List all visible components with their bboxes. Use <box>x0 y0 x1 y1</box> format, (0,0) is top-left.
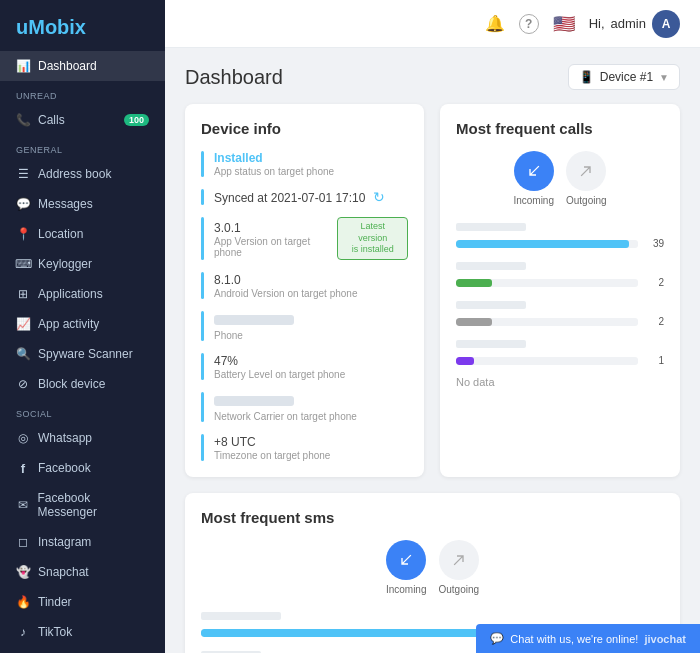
incoming-sms-tab[interactable]: Incoming <box>386 540 427 595</box>
bell-icon[interactable]: 🔔 <box>485 14 505 33</box>
chevron-down-icon: ▼ <box>659 72 669 83</box>
sidebar-item-spyware-scanner[interactable]: 🔍 Spyware Scanner <box>0 339 165 369</box>
info-item-app-version: 3.0.1 App Version on target phone Latest… <box>201 217 408 260</box>
android-version-sublabel: Android Version on target phone <box>214 288 408 299</box>
unread-section-label: Unread <box>0 81 165 105</box>
sidebar-item-instagram[interactable]: ◻ Instagram <box>0 527 165 557</box>
topnav: 🔔 ? 🇺🇸 Hi, admin A <box>165 0 700 48</box>
chat-brand: jivochat <box>644 633 686 645</box>
incoming-calls-tab[interactable]: Incoming <box>513 151 554 206</box>
outgoing-sms-label: Outgoing <box>438 584 479 595</box>
hi-text: Hi, <box>589 16 605 31</box>
whatsapp-icon: ◎ <box>16 431 30 445</box>
instagram-icon: ◻ <box>16 535 30 549</box>
incoming-sms-tab-icon <box>386 540 426 580</box>
synced-text: Synced at 2021-07-01 17:10 <box>214 191 365 205</box>
chat-widget[interactable]: 💬 Chat with us, we're online! jivochat <box>476 624 700 653</box>
sidebar-item-location[interactable]: 📍 Location <box>0 219 165 249</box>
incoming-sms-label: Incoming <box>386 584 427 595</box>
sidebar-item-facebook[interactable]: f Facebook <box>0 453 165 483</box>
sidebar-item-dashboard[interactable]: 📊 Dashboard <box>0 51 165 81</box>
outgoing-sms-tab[interactable]: Outgoing <box>438 540 479 595</box>
sidebar-item-address-book[interactable]: ☰ Address book <box>0 159 165 189</box>
battery-sublabel: Battery Level on target phone <box>214 369 408 380</box>
sync-icon[interactable]: ↻ <box>373 189 385 205</box>
help-icon[interactable]: ? <box>519 14 539 34</box>
spyware-scanner-icon: 🔍 <box>16 347 30 361</box>
timezone-value: +8 UTC <box>214 435 408 449</box>
app-version-sublabel: App Version on target phone <box>214 236 337 258</box>
sidebar: uMobix 📊 Dashboard Unread 📞 Calls 100 Ge… <box>0 0 165 653</box>
sidebar-item-tiktok[interactable]: ♪ TikTok <box>0 617 165 647</box>
incoming-tab-label: Incoming <box>513 195 554 206</box>
logo: uMobix <box>0 0 165 51</box>
chat-icon: 💬 <box>490 632 504 645</box>
call-bar-label-2 <box>456 262 526 270</box>
sidebar-item-snapchat[interactable]: 👻 Snapchat <box>0 557 165 587</box>
topnav-user[interactable]: Hi, admin A <box>589 10 680 38</box>
calls-card-title: Most frequent calls <box>456 120 664 137</box>
info-item-installed: Installed App status on target phone <box>201 151 408 177</box>
call-count-1: 39 <box>644 238 664 249</box>
sidebar-item-app-activity[interactable]: 📈 App activity <box>0 309 165 339</box>
device-selector[interactable]: 📱 Device #1 ▼ <box>568 64 680 90</box>
call-count-2: 2 <box>644 277 664 288</box>
dashboard-icon: 📊 <box>16 59 30 73</box>
battery-value: 47% <box>214 354 408 368</box>
no-data-label: No data <box>456 376 664 388</box>
username-text: admin <box>611 16 646 31</box>
carrier-blurred <box>214 396 294 406</box>
incoming-tab-icon <box>514 151 554 191</box>
call-bar-4: 1 <box>456 337 664 366</box>
info-item-phone: Phone <box>201 311 408 341</box>
call-bar-label-4 <box>456 340 526 348</box>
sms-type-tabs: Incoming Outgoing <box>201 540 664 595</box>
sidebar-item-keylogger[interactable]: ⌨ Keylogger <box>0 249 165 279</box>
app-activity-icon: 📈 <box>16 317 30 331</box>
location-icon: 📍 <box>16 227 30 241</box>
messages-icon: 💬 <box>16 197 30 211</box>
version-badge: Latest version is installed <box>337 217 408 260</box>
avatar: A <box>652 10 680 38</box>
android-version-value: 8.1.0 <box>214 273 408 287</box>
call-bar-label-3 <box>456 301 526 309</box>
info-item-battery: 47% Battery Level on target phone <box>201 353 408 380</box>
most-frequent-calls-card: Most frequent calls Incoming Outgoing <box>440 104 680 477</box>
sms-card-title: Most frequent sms <box>201 509 664 526</box>
applications-icon: ⊞ <box>16 287 30 301</box>
info-item-carrier: Network Carrier on target phone <box>201 392 408 422</box>
flag-icon: 🇺🇸 <box>553 13 575 35</box>
phone-blurred <box>214 315 294 325</box>
installed-label: Installed <box>214 151 408 165</box>
outgoing-tab-icon <box>566 151 606 191</box>
page-title: Dashboard <box>185 66 283 89</box>
tinder-icon: 🔥 <box>16 595 30 609</box>
installed-sublabel: App status on target phone <box>214 166 408 177</box>
call-bar-1: 39 <box>456 220 664 249</box>
info-item-android-version: 8.1.0 Android Version on target phone <box>201 272 408 299</box>
outgoing-sms-tab-icon <box>439 540 479 580</box>
calls-icon: 📞 <box>16 113 30 127</box>
sidebar-item-tinder[interactable]: 🔥 Tinder <box>0 587 165 617</box>
carrier-sublabel: Network Carrier on target phone <box>214 411 408 422</box>
sidebar-item-applications[interactable]: ⊞ Applications <box>0 279 165 309</box>
app-version-value: 3.0.1 <box>214 221 337 235</box>
outgoing-calls-tab[interactable]: Outgoing <box>566 151 607 206</box>
sidebar-item-calls[interactable]: 📞 Calls 100 <box>0 105 165 135</box>
call-bar-2: 2 <box>456 259 664 288</box>
snapchat-icon: 👻 <box>16 565 30 579</box>
sidebar-item-whatsapp[interactable]: ◎ Whatsapp <box>0 423 165 453</box>
info-item-timezone: +8 UTC Timezone on target phone <box>201 434 408 461</box>
keylogger-icon: ⌨ <box>16 257 30 271</box>
page-content: Dashboard 📱 Device #1 ▼ Device info Inst… <box>165 48 700 653</box>
tiktok-icon: ♪ <box>16 625 30 639</box>
sidebar-item-block-device[interactable]: ⊘ Block device <box>0 369 165 399</box>
call-type-tabs: Incoming Outgoing <box>456 151 664 206</box>
address-book-icon: ☰ <box>16 167 30 181</box>
general-section-label: General <box>0 135 165 159</box>
calls-badge: 100 <box>124 114 149 126</box>
facebook-icon: f <box>16 461 30 475</box>
sidebar-item-messages[interactable]: 💬 Messages <box>0 189 165 219</box>
sidebar-item-facebook-messenger[interactable]: ✉ Facebook Messenger <box>0 483 165 527</box>
phone-sublabel: Phone <box>214 330 408 341</box>
